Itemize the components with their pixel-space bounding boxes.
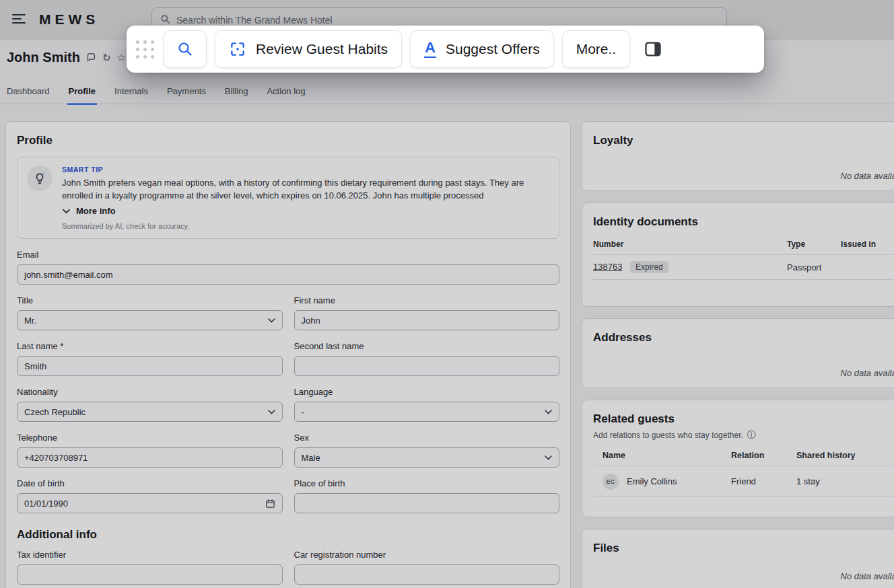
field-last-name: Last name * bbox=[17, 341, 283, 376]
files-card: Files No data available bbox=[582, 529, 894, 588]
title-select[interactable]: Mr. bbox=[17, 310, 283, 330]
first-name-label: First name bbox=[294, 295, 560, 305]
suggest-offers-label: Suggest Offers bbox=[446, 41, 540, 57]
tab-action-log[interactable]: Action log bbox=[265, 82, 306, 105]
col-type: Type bbox=[787, 240, 841, 249]
field-car-registration: Car registration number bbox=[294, 550, 560, 585]
chevron-down-icon bbox=[268, 410, 275, 414]
chevron-down-icon bbox=[62, 206, 71, 216]
side-panel-toggle-button[interactable] bbox=[638, 30, 668, 68]
files-empty-note: No data available bbox=[841, 571, 894, 581]
more-button[interactable]: More.. bbox=[562, 30, 631, 68]
drag-handle-icon[interactable] bbox=[136, 40, 154, 59]
document-number-link[interactable]: 138763 bbox=[593, 262, 622, 272]
identity-documents-title: Identity documents bbox=[593, 215, 894, 229]
more-info-label: More info bbox=[76, 206, 116, 216]
suggest-offers-button[interactable]: A Suggest Offers bbox=[410, 30, 554, 68]
email-input[interactable] bbox=[17, 264, 559, 285]
related-guests-card: Related guests Add relations to guests w… bbox=[582, 400, 894, 517]
field-second-last-name: Second last name bbox=[294, 341, 560, 376]
tab-profile[interactable]: Profile bbox=[67, 82, 97, 105]
related-guest-row[interactable]: EC Emily Collins Friend 1 stay bbox=[593, 466, 894, 497]
more-label: More.. bbox=[576, 41, 617, 57]
message-icon[interactable] bbox=[86, 52, 96, 63]
sex-select-value: Male bbox=[302, 453, 320, 463]
guest-header: John Smith ↻ ☆ bbox=[7, 50, 126, 65]
place-of-birth-input[interactable] bbox=[294, 493, 560, 513]
addresses-card: Addresses No data available bbox=[582, 318, 894, 388]
ai-disclaimer: Summarized by AI, check for accuracy. bbox=[62, 222, 540, 230]
field-place-of-birth: Place of birth bbox=[294, 478, 560, 513]
sex-label: Sex bbox=[294, 433, 560, 443]
place-of-birth-label: Place of birth bbox=[294, 478, 560, 488]
last-name-input[interactable] bbox=[17, 356, 283, 376]
col-issued-in: Issued in bbox=[841, 240, 894, 249]
search-icon bbox=[160, 14, 170, 27]
field-title: Title Mr. bbox=[17, 295, 283, 330]
related-guests-table-header: Name Relation Shared history bbox=[593, 451, 894, 460]
related-guests-title: Related guests bbox=[593, 412, 894, 426]
identity-document-row: 138763 Expired Passport bbox=[593, 255, 894, 280]
last-name-label: Last name * bbox=[17, 341, 283, 351]
nationality-select-value: Czech Republic bbox=[24, 407, 85, 417]
nationality-label: Nationality bbox=[17, 387, 283, 397]
second-last-name-input[interactable] bbox=[294, 356, 560, 376]
col-shared-history: Shared history bbox=[796, 451, 894, 460]
language-select-value: - bbox=[302, 407, 304, 417]
col-relation: Relation bbox=[731, 451, 796, 460]
profile-card: Profile SMART TIP John Smith prefers veg… bbox=[5, 121, 571, 588]
tab-payments[interactable]: Payments bbox=[166, 82, 207, 105]
search-icon bbox=[177, 41, 193, 57]
related-guest-shared-history: 1 stay bbox=[796, 476, 894, 486]
language-label: Language bbox=[294, 387, 560, 397]
floating-toolbar: Review Guest Habits A Suggest Offers Mor… bbox=[127, 26, 764, 73]
title-label: Title bbox=[17, 295, 283, 305]
date-of-birth-input[interactable]: 01/01/1990 bbox=[17, 493, 283, 513]
guest-name: John Smith bbox=[7, 50, 80, 65]
more-info-toggle[interactable]: More info bbox=[62, 206, 540, 216]
field-date-of-birth: Date of birth 01/01/1990 bbox=[17, 478, 283, 513]
chevron-down-icon bbox=[268, 318, 275, 323]
tab-internals[interactable]: Internals bbox=[113, 82, 149, 105]
info-icon[interactable]: ⓘ bbox=[747, 429, 756, 441]
field-email: Email bbox=[17, 250, 559, 285]
col-name: Name bbox=[603, 451, 731, 460]
col-number: Number bbox=[593, 240, 787, 249]
field-language: Language - bbox=[294, 387, 560, 422]
mews-logo[interactable]: MEWS bbox=[39, 11, 99, 28]
smart-tip-text: John Smith prefers vegan meal options, w… bbox=[62, 176, 540, 202]
star-icon[interactable]: ☆ bbox=[116, 52, 125, 63]
first-name-input[interactable] bbox=[294, 310, 560, 330]
field-sex: Sex Male bbox=[294, 433, 560, 468]
menu-icon[interactable] bbox=[12, 14, 26, 25]
field-first-name: First name bbox=[294, 295, 560, 330]
tab-dashboard[interactable]: Dashboard bbox=[5, 82, 51, 105]
field-telephone: Telephone bbox=[17, 433, 283, 468]
related-guest-relation: Friend bbox=[731, 476, 796, 486]
smart-tip: SMART TIP John Smith prefers vegan meal … bbox=[17, 157, 559, 239]
chevron-down-icon bbox=[545, 410, 552, 414]
car-registration-label: Car registration number bbox=[294, 550, 560, 560]
side-panel-icon bbox=[644, 40, 662, 59]
date-of-birth-label: Date of birth bbox=[17, 478, 283, 488]
search-placeholder: Search within The Grand Mews Hotel bbox=[176, 15, 333, 26]
telephone-input[interactable] bbox=[17, 447, 283, 468]
language-select[interactable]: - bbox=[294, 402, 560, 422]
related-guests-subtitle-text: Add relations to guests who stay togethe… bbox=[593, 431, 743, 440]
telephone-label: Telephone bbox=[17, 433, 283, 443]
second-last-name-label: Second last name bbox=[294, 341, 560, 351]
review-guest-habits-label: Review Guest Habits bbox=[256, 41, 388, 57]
loyalty-card: Loyalty No data available bbox=[582, 121, 894, 191]
tax-identifier-input[interactable] bbox=[17, 564, 283, 585]
calendar-icon bbox=[265, 499, 275, 509]
review-guest-habits-button[interactable]: Review Guest Habits bbox=[215, 30, 402, 68]
sex-select[interactable]: Male bbox=[294, 447, 560, 468]
tab-billing[interactable]: Billing bbox=[224, 82, 250, 105]
car-registration-input[interactable] bbox=[294, 564, 560, 585]
files-title: Files bbox=[593, 542, 894, 555]
title-select-value: Mr. bbox=[24, 316, 36, 326]
toolbar-search-button[interactable] bbox=[164, 30, 207, 68]
nationality-select[interactable]: Czech Republic bbox=[17, 402, 283, 422]
refresh-icon[interactable]: ↻ bbox=[102, 52, 111, 63]
additional-info-title: Additional info bbox=[17, 528, 559, 542]
